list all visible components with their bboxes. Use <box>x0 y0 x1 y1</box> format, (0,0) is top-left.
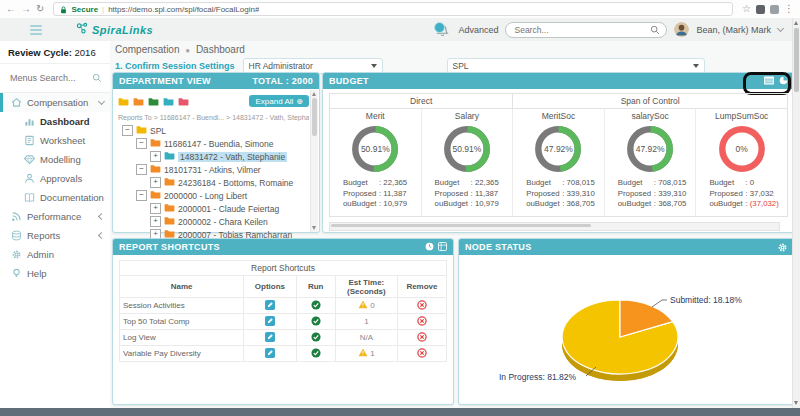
user-avatar[interactable] <box>674 22 689 37</box>
run-report-icon[interactable] <box>311 351 321 360</box>
department-view-body: Expand All⊕ Reports To > 11686147 - Buen… <box>113 89 319 233</box>
donut-chart-salary: 50.91% <box>441 123 493 175</box>
tree-toggle-icon[interactable]: + <box>150 151 161 162</box>
back-icon[interactable]: ← <box>6 4 16 14</box>
remove-report-icon[interactable] <box>417 335 427 344</box>
file-icon <box>23 135 35 146</box>
sidebar-item-approvals[interactable]: Approvals <box>0 169 110 188</box>
main-content: Compensation ● Dashboard 1. Confirm Sess… <box>110 41 793 408</box>
edit-options-icon[interactable] <box>265 319 275 328</box>
db-icon <box>10 230 22 241</box>
tree-toggle-icon[interactable]: − <box>136 190 147 201</box>
home-icon <box>10 97 22 108</box>
menus-search-input[interactable] <box>8 72 92 84</box>
budget-col-salary: Salary 50.91% Budget: 22,365Proposed: 11… <box>421 109 513 216</box>
select-caret-icon <box>371 64 377 68</box>
edit-options-icon[interactable] <box>265 303 275 312</box>
sidebar-item-performance[interactable]: Performance <box>0 207 110 226</box>
extension-icon[interactable] <box>756 5 765 14</box>
sidebar-item-compensation[interactable]: Compensation <box>0 93 110 112</box>
folder-icon <box>164 177 175 188</box>
molecule-icon <box>76 21 89 39</box>
grid-icon[interactable] <box>438 242 447 253</box>
col-header-remove: Remove <box>397 276 446 298</box>
tree-node[interactable]: − 2000000 - Long Libert <box>118 189 309 202</box>
run-report-icon[interactable] <box>311 303 321 312</box>
bookmark-star-icon[interactable]: ☆ <box>742 4 751 14</box>
user-name[interactable]: Bean, (Mark) Mark <box>696 25 771 35</box>
reload-icon[interactable]: ↻ <box>36 4 44 14</box>
notifications-bell-icon[interactable] <box>436 23 451 37</box>
browser-menu-icon[interactable]: ⋮ <box>784 4 794 14</box>
edit-options-icon[interactable] <box>265 335 275 344</box>
sidebar-item-admin[interactable]: Admin <box>0 245 110 264</box>
donut-chart-salarysoc: 47.92% <box>624 123 676 175</box>
settings-gear-icon[interactable] <box>777 242 788 253</box>
tree-toggle-icon[interactable]: − <box>136 164 147 175</box>
chevron-down-icon <box>98 98 105 105</box>
tree-toggle-icon[interactable]: + <box>150 203 161 214</box>
budget-col-lumpsumsoc: LumpSumSoc 0% Budget: 0Proposed: 37,032o… <box>695 109 787 216</box>
brand-name: SpiraLinks <box>92 24 153 36</box>
folder-icon <box>150 190 161 201</box>
tree-node[interactable]: + 14831472 - Vath, Stephanie <box>118 150 309 163</box>
menus-search[interactable] <box>0 64 110 93</box>
folder-icon <box>150 138 161 149</box>
clock-icon[interactable] <box>425 242 434 253</box>
extension-icon[interactable] <box>770 5 779 14</box>
col-header-run: Run <box>296 276 335 298</box>
tree-toggle-icon[interactable]: + <box>150 177 161 188</box>
tree-toggle-icon[interactable]: + <box>150 216 161 227</box>
sidebar-item-help[interactable]: Help <box>0 264 110 283</box>
folder-icon <box>133 92 144 110</box>
scroll-down-icon[interactable] <box>312 226 316 230</box>
budget-body: DirectSpan of Control Merit 50.91% Budge… <box>323 89 794 234</box>
address-bar[interactable]: Secure | https://demo.spl.com/spl/focal/… <box>53 2 733 16</box>
forward-icon[interactable]: → <box>21 4 31 14</box>
sidebar-item-documentation[interactable]: Documentation <box>0 188 110 207</box>
advanced-link[interactable]: Advanced <box>458 25 498 35</box>
run-report-icon[interactable] <box>311 335 321 344</box>
expand-all-icon: ⊕ <box>296 97 303 106</box>
report-row-session-activities: Session Activities 0 <box>120 298 447 314</box>
taskbar-strip <box>0 408 800 416</box>
remove-report-icon[interactable] <box>417 351 427 360</box>
scroll-up-icon[interactable] <box>794 21 798 25</box>
search-input[interactable] <box>512 24 650 36</box>
remove-report-icon[interactable] <box>417 319 427 328</box>
tree-node[interactable]: + 2000002 - Chara Keilen <box>118 215 309 228</box>
global-search[interactable] <box>505 22 667 38</box>
user-menu-chevron-icon[interactable] <box>777 25 784 32</box>
notification-badge <box>434 22 445 33</box>
tree-node[interactable]: − 11686147 - Buendia, Simone <box>118 137 309 150</box>
review-cycle-label: Review Cycle: <box>8 47 72 58</box>
sidebar-item-reports[interactable]: Reports <box>0 226 110 245</box>
brand-logo: SpiraLinks <box>76 21 153 39</box>
bulb-icon <box>10 268 22 279</box>
tree-toggle-icon[interactable]: − <box>122 125 133 136</box>
app-header: SpiraLinks Advanced Bean, (Mark) Mark <box>0 18 793 42</box>
budget-h-scrollbar[interactable] <box>329 222 780 231</box>
menu-toggle-icon[interactable] <box>30 25 42 35</box>
tree-node[interactable]: − 18101731 - Atkins, Vilmer <box>118 163 309 176</box>
sidebar-item-modelling[interactable]: Modelling <box>0 150 110 169</box>
scroll-up-icon[interactable] <box>312 92 316 96</box>
tree-node[interactable]: + 2000001 - Claude Feiertag <box>118 202 309 215</box>
sidebar-item-worksheet[interactable]: Worksheet <box>0 131 110 150</box>
sidebar-item-dashboard[interactable]: Dashboard <box>0 112 110 131</box>
budget-group-span-of-control: Span of Control <box>512 94 787 108</box>
search-icon[interactable] <box>650 21 660 39</box>
tree-node[interactable]: − SPL <box>118 124 309 137</box>
lock-icon <box>60 0 67 18</box>
tree-node[interactable]: + 24236184 - Bottoms, Romaine <box>118 176 309 189</box>
remove-report-icon[interactable] <box>417 303 427 312</box>
sidebar-menu: Compensation Dashboard Worksheet Modelli… <box>0 93 110 283</box>
tree-toggle-icon[interactable]: − <box>136 138 147 149</box>
browser-scrollbar[interactable] <box>792 18 800 408</box>
tree-scrollbar[interactable] <box>310 90 318 232</box>
edit-options-icon[interactable] <box>265 351 275 360</box>
run-report-icon[interactable] <box>311 319 321 328</box>
scroll-down-icon[interactable] <box>794 401 798 405</box>
expand-all-button[interactable]: Expand All⊕ <box>249 95 309 107</box>
budget-columns: Merit 50.91% Budget: 22,365Proposed: 11,… <box>329 109 788 217</box>
